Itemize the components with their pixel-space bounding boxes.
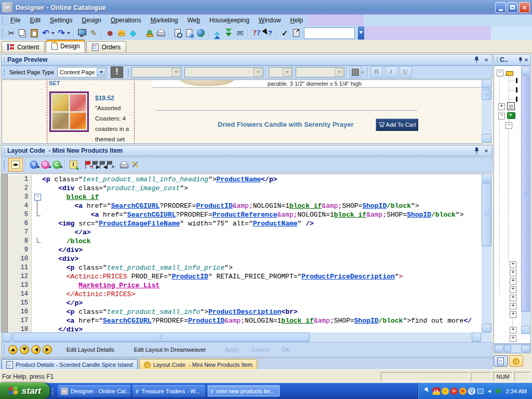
titlebar[interactable]: ∞ Designer - Online Catalogue × (0, 0, 532, 15)
copy-icon[interactable] (17, 28, 29, 39)
code-line[interactable]: <a href="SearchCGIURL?PRODREF=ProductRef… (42, 210, 482, 219)
tree-expand-icon[interactable]: + (510, 327, 516, 334)
code-line[interactable]: /block (42, 237, 482, 246)
redo-icon[interactable]: ↷ (56, 28, 67, 39)
tree-expand-icon[interactable]: + (510, 278, 516, 285)
redo-dropdown-icon[interactable] (67, 32, 70, 36)
page-preview-header[interactable]: Page Preview × (1, 54, 493, 65)
panel-grip[interactable] (3, 147, 6, 154)
volume-icon[interactable]: ◄ (486, 388, 493, 395)
edit-layout-in-dreamweaver-button[interactable]: Edit Layout In Dreamweaver (128, 344, 212, 355)
fold-collapse-icon[interactable]: − (34, 194, 41, 201)
tree-collapse-icon[interactable]: − (506, 122, 512, 129)
add-bookmark-icon[interactable]: + (84, 161, 91, 169)
minimize-button[interactable] (495, 2, 506, 13)
tree-expand-icon[interactable]: + (510, 311, 516, 318)
scroll-thumb[interactable] (482, 89, 491, 100)
edit-layout-details-button[interactable]: Edit Layout Details (60, 344, 121, 355)
zonealarm-icon[interactable]: ZA (433, 388, 440, 395)
tab-layout-code[interactable]: Layout Code - Mini New Products Item (139, 359, 257, 370)
panel-grip[interactable] (3, 56, 6, 63)
menu-operations[interactable]: Operations (106, 15, 146, 25)
menu-edit[interactable]: Edit (25, 15, 45, 25)
pin-icon[interactable] (518, 56, 523, 64)
tree-collapse-icon[interactable]: − (497, 70, 503, 76)
menu-file[interactable]: File (6, 15, 25, 25)
upload-icon[interactable] (211, 28, 223, 39)
scroll-up-button[interactable] (482, 79, 491, 88)
business-settings-icon[interactable] (144, 28, 155, 39)
page-preview-canvas[interactable]: SET $19.52 "Assorted Coasters; 4 coaster… (2, 79, 482, 144)
code-hscrollbar[interactable] (1, 332, 491, 342)
scroll-thumb[interactable] (521, 75, 530, 312)
pin-icon[interactable] (472, 56, 481, 64)
scroll-thumb[interactable] (482, 183, 491, 246)
code-line[interactable]: <a href="SearchCGIURL?PRODREF=ProductID&… (42, 202, 482, 210)
previous-bookmark-icon[interactable]: ◀ (99, 161, 106, 169)
web-site-icon[interactable] (195, 28, 206, 39)
catalog-node-icon[interactable] (507, 112, 515, 119)
code-text[interactable]: <p class="text_product_small_info_headin… (42, 175, 482, 334)
cut-icon[interactable]: ✂ (6, 28, 17, 39)
tree-expand-icon[interactable]: + (510, 261, 516, 268)
network-monitor-icon[interactable] (477, 388, 484, 395)
context-help-icon[interactable]: ? (262, 28, 274, 39)
tree-expand-icon[interactable]: + (510, 295, 516, 301)
toolbar-grip[interactable] (3, 344, 6, 354)
task-mini-new-products[interactable]: e mini new products ite... (207, 385, 280, 397)
menu-design[interactable]: Design (77, 15, 106, 25)
code-view-icon[interactable]: ◀▶ (8, 158, 23, 171)
properties-icon[interactable]: ↗ (290, 28, 302, 39)
menu-housekeeping[interactable]: Housekeeping (205, 15, 254, 25)
insert-variable-blue-icon[interactable]: V (28, 159, 39, 170)
scroll-down-button[interactable] (482, 134, 491, 143)
code-line[interactable]: <div class="product_image_cost"> (42, 184, 482, 193)
paste-icon[interactable] (29, 28, 40, 39)
scheduler-alert-icon[interactable]: × (459, 388, 467, 395)
tab-design[interactable]: Design (46, 39, 85, 52)
toolbar-overflow-chevron[interactable] (358, 26, 364, 39)
scroll-thumb[interactable] (12, 332, 310, 342)
tab-product-details[interactable]: Product Details - Scented Candle Spice I… (2, 359, 138, 370)
code-line[interactable]: block_if (42, 193, 482, 202)
tree-item[interactable] (516, 78, 517, 83)
print-icon[interactable] (155, 28, 167, 39)
tab-content[interactable]: Content (2, 41, 45, 52)
close-panel-icon[interactable]: × (482, 56, 490, 64)
content-tree-header[interactable]: C.. × (494, 54, 531, 65)
code-line[interactable]: </p> (42, 299, 482, 308)
maximize-button[interactable] (507, 2, 518, 13)
tree-hscrollbar[interactable] (494, 344, 531, 353)
code-line[interactable]: </a> (42, 228, 482, 237)
toolbar-grip[interactable] (2, 16, 4, 24)
insert-variable-green-icon[interactable]: C (51, 159, 62, 170)
code-line[interactable]: <img src="ProductImageFileName" width="7… (42, 219, 482, 228)
tree-item[interactable] (516, 97, 517, 102)
close-panel-icon[interactable]: × (482, 147, 490, 155)
content-tree[interactable]: − + − − + + + + + + (494, 65, 531, 344)
toolbar-grip[interactable] (2, 28, 4, 38)
next-bookmark-icon[interactable]: ▶ (91, 161, 99, 169)
menu-window[interactable]: Window (254, 15, 286, 25)
code-editor[interactable]: 123456789101112131415161718 − <p class="… (1, 174, 483, 334)
tree-expand-icon[interactable]: + (510, 303, 516, 310)
add-to-cart-button[interactable]: Add To Cart (376, 118, 418, 131)
clear-bookmarks-icon[interactable]: × (106, 161, 113, 169)
code-line[interactable]: </div> (42, 246, 482, 255)
scroll-up-button[interactable] (521, 66, 530, 75)
tree-collapse-icon[interactable]: − (498, 113, 505, 119)
toolbar-search-input[interactable] (304, 28, 355, 39)
close-panel-icon[interactable]: × (524, 56, 529, 64)
rotate-left-icon[interactable] (30, 344, 42, 355)
task-designer[interactable]: ∞ Designer - Online Cat... (58, 385, 130, 397)
code-line[interactable]: <p class="text_product_small_info_price"… (42, 263, 482, 272)
tab-orders[interactable]: Orders (86, 41, 126, 52)
rotate-right-icon[interactable] (42, 344, 53, 355)
scroll-right-button[interactable] (521, 345, 530, 352)
taskbar-grip[interactable] (51, 387, 54, 395)
product-image-coasters[interactable] (49, 91, 89, 132)
scroll-left-button[interactable] (2, 332, 11, 342)
insert-variable-pink-icon[interactable]: O (39, 159, 51, 170)
scroll-left-button[interactable] (495, 345, 503, 352)
home-node-icon[interactable] (505, 68, 513, 75)
